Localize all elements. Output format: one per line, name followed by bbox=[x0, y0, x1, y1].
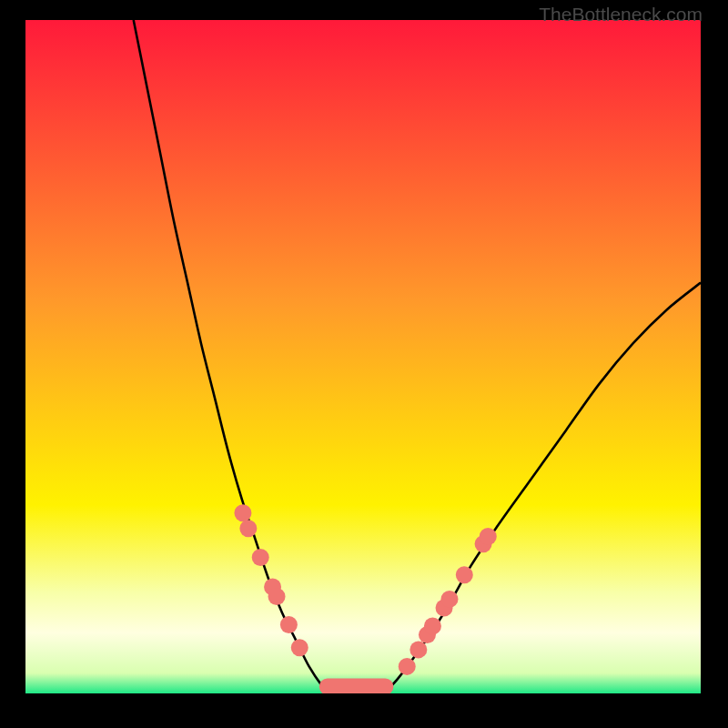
watermark-text: TheBottleneck.com bbox=[539, 4, 703, 25]
chart-area bbox=[25, 20, 701, 693]
data-dot bbox=[239, 520, 257, 537]
valley-bar bbox=[319, 679, 394, 693]
valley-bar-group bbox=[319, 679, 394, 693]
data-dot bbox=[280, 616, 298, 633]
data-dot bbox=[424, 618, 441, 635]
data-dot bbox=[252, 549, 269, 566]
data-dot bbox=[480, 528, 497, 545]
data-dot bbox=[291, 639, 308, 656]
data-dot bbox=[456, 566, 473, 583]
data-dot bbox=[440, 591, 458, 608]
data-dot bbox=[410, 641, 427, 658]
data-dot bbox=[268, 588, 286, 605]
chart-svg bbox=[25, 20, 701, 693]
gradient-background bbox=[25, 20, 701, 693]
data-dot bbox=[234, 504, 251, 521]
data-dot bbox=[399, 658, 416, 675]
